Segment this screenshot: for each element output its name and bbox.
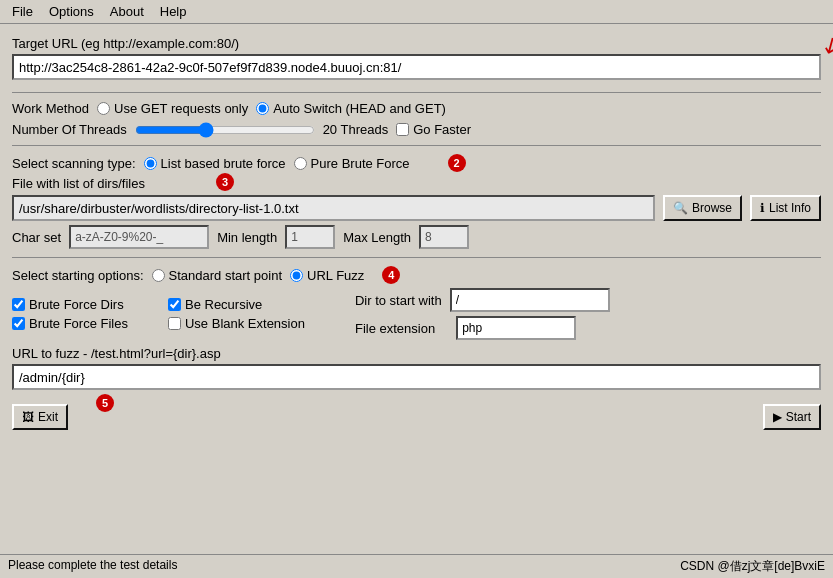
pure-brute-label: Pure Brute Force: [311, 156, 410, 171]
charset-label: Char set: [12, 230, 61, 245]
exit-label: Exit: [38, 410, 58, 424]
browse-label: Browse: [692, 201, 732, 215]
threads-slider[interactable]: [135, 123, 315, 137]
start-label: Start: [786, 410, 811, 424]
status-message: Please complete the test details: [8, 558, 177, 575]
work-method-get-radio[interactable]: [97, 102, 110, 115]
annotation-4: 4: [382, 266, 400, 284]
list-based-radio[interactable]: [144, 157, 157, 170]
scanning-section: Select scanning type: List based brute f…: [12, 154, 821, 249]
status-bar: Please complete the test details CSDN @借…: [0, 554, 833, 578]
start-button[interactable]: ▶ Start: [763, 404, 821, 430]
list-info-label: List Info: [769, 201, 811, 215]
list-based-option[interactable]: List based brute force: [144, 156, 286, 171]
main-window: Target URL (eg http://example.com:80/) ↙…: [0, 24, 833, 578]
work-method-row: Work Method Use GET requests only Auto S…: [12, 101, 821, 116]
work-method-auto-radio[interactable]: [256, 102, 269, 115]
start-icon: ▶: [773, 410, 782, 424]
list-based-label: List based brute force: [161, 156, 286, 171]
url-fuzz-section: URL to fuzz - /test.html?url={dir}.asp 5: [12, 346, 821, 390]
exit-button[interactable]: 🖼 Exit: [12, 404, 68, 430]
list-info-icon: ℹ: [760, 201, 765, 215]
scanning-type-label: Select scanning type:: [12, 156, 136, 171]
work-method-auto-label: Auto Switch (HEAD and GET): [273, 101, 446, 116]
go-faster-checkbox[interactable]: [396, 123, 409, 136]
standard-start-radio[interactable]: [152, 269, 165, 282]
menu-help[interactable]: Help: [152, 2, 195, 21]
file-extension-label: File extension: [355, 321, 435, 336]
brute-force-dirs-checkbox[interactable]: [12, 298, 25, 311]
threads-row: Number Of Threads 20 Threads Go Faster: [12, 122, 821, 137]
work-method-auto-option[interactable]: Auto Switch (HEAD and GET): [256, 101, 446, 116]
use-blank-ext-label: Use Blank Extension: [185, 316, 305, 331]
pure-brute-radio[interactable]: [294, 157, 307, 170]
url-fuzz-input[interactable]: [12, 364, 821, 390]
max-length-label: Max Length: [343, 230, 411, 245]
annotation-2: 2: [448, 154, 466, 172]
menu-file[interactable]: File: [4, 2, 41, 21]
url-fuzz-label: URL Fuzz: [307, 268, 364, 283]
browse-button[interactable]: 🔍 Browse: [663, 195, 742, 221]
brute-force-files-option[interactable]: Brute Force Files: [12, 316, 128, 331]
file-list-label: File with list of dirs/files: [12, 176, 145, 191]
list-info-button[interactable]: ℹ List Info: [750, 195, 821, 221]
browse-icon: 🔍: [673, 201, 688, 215]
be-recursive-option[interactable]: Be Recursive: [168, 297, 305, 312]
use-blank-ext-option[interactable]: Use Blank Extension: [168, 316, 305, 331]
threads-label: Number Of Threads: [12, 122, 127, 137]
brute-force-files-label: Brute Force Files: [29, 316, 128, 331]
target-url-label: Target URL (eg http://example.com:80/): [12, 36, 239, 51]
annotation-5: 5: [96, 394, 114, 412]
file-extension-input[interactable]: [456, 316, 576, 340]
use-blank-ext-checkbox[interactable]: [168, 317, 181, 330]
brute-force-dirs-option[interactable]: Brute Force Dirs: [12, 297, 128, 312]
work-method-get-option[interactable]: Use GET requests only: [97, 101, 248, 116]
pure-brute-option[interactable]: Pure Brute Force: [294, 156, 410, 171]
threads-display: 20 Threads: [323, 122, 389, 137]
dir-to-start-label: Dir to start with: [355, 293, 442, 308]
work-method-label: Work Method: [12, 101, 89, 116]
min-length-label: Min length: [217, 230, 277, 245]
max-length-input[interactable]: [419, 225, 469, 249]
file-list-input[interactable]: [12, 195, 655, 221]
target-url-input[interactable]: [12, 54, 821, 80]
starting-options-section: Select starting options: Standard start …: [12, 266, 821, 340]
target-url-section: Target URL (eg http://example.com:80/) ↙…: [12, 32, 821, 84]
be-recursive-checkbox[interactable]: [168, 298, 181, 311]
watermark: CSDN @借zj文章[de]BvxiE: [680, 558, 825, 575]
annotation-3: 3: [216, 173, 234, 191]
exit-icon: 🖼: [22, 410, 34, 424]
go-faster-label: Go Faster: [413, 122, 471, 137]
bottom-bar: 🖼 Exit ▶ Start: [12, 404, 821, 430]
url-fuzz-desc-label: URL to fuzz - /test.html?url={dir}.asp: [12, 346, 221, 361]
go-faster-option[interactable]: Go Faster: [396, 122, 471, 137]
be-recursive-label: Be Recursive: [185, 297, 262, 312]
menu-bar: File Options About Help: [0, 0, 833, 24]
standard-start-label: Standard start point: [169, 268, 282, 283]
min-length-input[interactable]: [285, 225, 335, 249]
url-fuzz-option[interactable]: URL Fuzz: [290, 268, 364, 283]
menu-about[interactable]: About: [102, 2, 152, 21]
standard-start-option[interactable]: Standard start point: [152, 268, 282, 283]
brute-force-files-checkbox[interactable]: [12, 317, 25, 330]
dir-to-start-input[interactable]: [450, 288, 610, 312]
url-fuzz-radio[interactable]: [290, 269, 303, 282]
brute-force-dirs-label: Brute Force Dirs: [29, 297, 124, 312]
work-method-get-label: Use GET requests only: [114, 101, 248, 116]
menu-options[interactable]: Options: [41, 2, 102, 21]
charset-input[interactable]: [69, 225, 209, 249]
starting-options-label: Select starting options:: [12, 268, 144, 283]
